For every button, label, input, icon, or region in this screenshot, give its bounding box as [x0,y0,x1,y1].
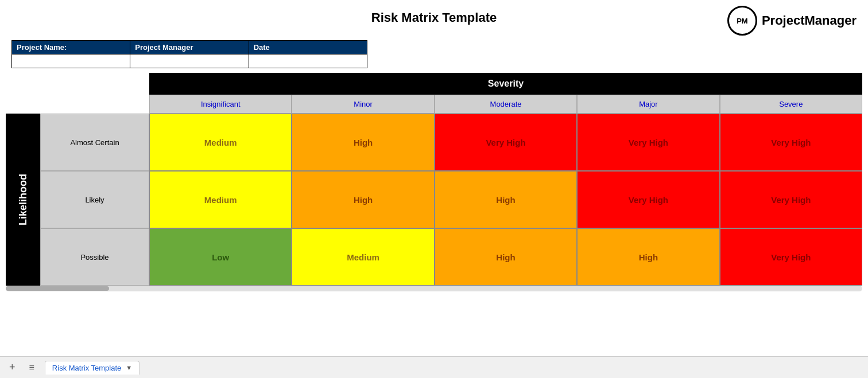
severity-col-0: Insignificant [149,95,292,114]
cell-2-2: High [435,228,577,286]
title-area: Risk Matrix Template [161,6,707,25]
data-row-0: Medium High Very High Very High Very Hig… [149,114,862,171]
cell-1-2: High [435,171,577,228]
cell-0-3: Very High [577,114,719,171]
cell-1-1: High [292,171,434,228]
cell-0-1: High [292,114,434,171]
horizontal-scrollbar[interactable] [6,286,862,291]
add-sheet-button[interactable]: + [6,360,19,375]
likelihood-row-labels: Almost Certain Likely Possible [40,114,149,286]
matrix-container: Severity Insignificant Minor Moderate Ma… [6,73,862,286]
likelihood-row-1: Likely [40,171,149,228]
date-header: Date [249,41,367,54]
likelihood-row-0: Almost Certain [40,114,149,171]
severity-labels-row: Insignificant Minor Moderate Major Sever… [149,95,862,114]
likelihood-side: Likelihood Almost Certain Likely Possibl… [6,114,149,286]
severity-col-3: Major [577,95,719,114]
tab-bar: + ≡ Risk Matrix Template ▼ [0,356,868,378]
cell-1-3: Very High [577,171,719,228]
data-row-2: Low Medium High High Very High [149,228,862,286]
likelihood-row-2: Possible [40,228,149,286]
cell-2-1: Medium [292,228,434,286]
scrollbar-thumb[interactable] [6,286,109,291]
data-rows: Medium High Very High Very High Very Hig… [149,114,862,286]
cell-1-4: Very High [720,171,862,228]
severity-header: Severity [149,73,862,95]
severity-col-4: Severe [720,95,862,114]
cell-0-0: Medium [149,114,292,171]
data-row-1: Medium High High Very High Very High [149,171,862,228]
logo-icon: PM [727,6,757,36]
cell-2-4: Very High [720,228,862,286]
cell-0-2: Very High [435,114,577,171]
severity-col-2: Moderate [435,95,577,114]
top-area: Risk Matrix Template PM ProjectManager [0,0,868,36]
tab-dropdown-icon[interactable]: ▼ [126,364,132,371]
project-manager-header: Project Manager [130,41,249,54]
likelihood-label: Likelihood [6,114,40,286]
matrix-body: Likelihood Almost Certain Likely Possibl… [6,114,862,286]
logo-area: PM ProjectManager [707,6,857,36]
tab-label: Risk Matrix Template [52,364,121,372]
project-name-header: Project Name: [12,41,130,54]
cell-0-4: Very High [720,114,862,171]
info-table: Project Name: Project Manager Date [11,40,367,68]
project-manager-value[interactable] [130,54,249,68]
sheet-menu-button[interactable]: ≡ [26,361,38,374]
cell-2-0: Low [149,228,292,286]
project-name-value[interactable] [12,54,130,68]
page-title: Risk Matrix Template [371,10,497,25]
active-tab[interactable]: Risk Matrix Template ▼ [45,361,140,375]
cell-2-3: High [577,228,719,286]
logo-name: ProjectManager [762,13,857,28]
severity-col-1: Minor [292,95,434,114]
severity-header-row: Severity [149,73,862,95]
cell-1-0: Medium [149,171,292,228]
date-value[interactable] [249,54,367,68]
